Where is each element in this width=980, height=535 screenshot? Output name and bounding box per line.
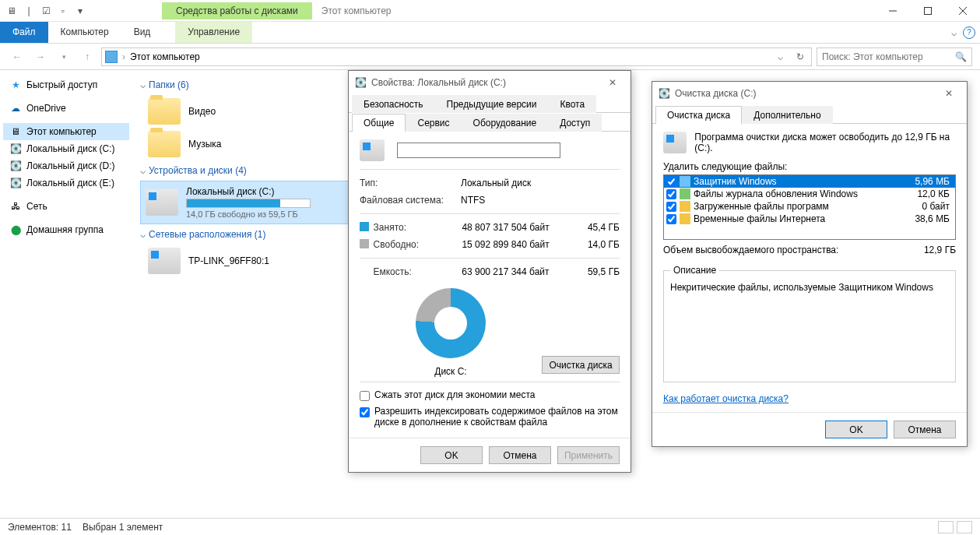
capacity-bytes: 63 900 217 344 байт [462,266,574,277]
compress-checkbox[interactable] [360,391,370,401]
address-bar[interactable]: › Этот компьютер ⌵ ↻ [101,48,812,66]
list-item[interactable]: Временные файлы Интернета 38,6 МБ [664,213,955,225]
drive-icon [663,132,687,153]
sidebar-item-label: Локальный диск (D:) [26,160,115,171]
view-tiles-button[interactable] [957,521,972,533]
search-box[interactable]: 🔍 [817,48,972,66]
sidebar-item-label: Быстрый доступ [26,79,97,90]
dialog-close-button[interactable]: ✕ [601,77,624,88]
sidebar-item-homegroup[interactable]: ⬤Домашняя группа [3,221,129,238]
tab-service[interactable]: Сервис [406,114,461,132]
close-icon [959,7,967,15]
pc-icon [105,51,118,63]
compress-label: Сжать этот диск для экономии места [374,389,535,400]
drive-icon: 💽 [659,88,670,99]
list-item[interactable]: Загруженные файлы программ 0 байт [664,200,955,213]
dialog-title: Очистка диска (C:) [675,88,757,99]
index-label: Разрешить индексировать содержимое файло… [374,406,620,428]
ok-button[interactable]: OK [420,446,483,464]
netloc-label: TP-LINK_96FF80:1 [188,255,269,266]
drive-label-input[interactable] [397,143,560,158]
fs-label: Файловая система: [360,195,461,206]
up-button[interactable]: ↑ [78,48,97,66]
qat-dropdown-icon[interactable]: ▾ [73,4,87,18]
properties-icon[interactable]: ☑ [39,4,53,18]
history-dropdown[interactable]: ▾ [54,48,73,66]
list-item[interactable]: Защитник Windows 5,96 МБ [664,175,955,188]
item-size: 38,6 МБ [915,213,953,224]
item-checkbox[interactable] [666,177,676,187]
cleanup-file-list[interactable]: Защитник Windows 5,96 МБ Файлы журнала о… [663,174,956,240]
item-checkbox[interactable] [666,214,676,224]
breadcrumb-sep: › [122,51,125,62]
item-checkbox[interactable] [666,189,676,199]
file-tab[interactable]: Файл [0,22,48,43]
new-folder-icon[interactable]: ▫ [56,4,70,18]
back-button[interactable]: ← [8,48,26,66]
drive-name: Локальный диск (C:) [186,186,311,197]
tab-cleanup[interactable]: Очистка диска [655,106,742,124]
view-details-button[interactable] [938,521,954,533]
help-link[interactable]: Как работает очистка диска? [663,393,789,404]
sidebar-item-onedrive[interactable]: ☁OneDrive [3,100,129,117]
drive-usage-bar [186,199,311,208]
sidebar-item-drive-e[interactable]: 💽Локальный диск (E:) [3,174,129,192]
sidebar-item-network[interactable]: 🖧Сеть [3,198,129,215]
view-tab[interactable]: Вид [121,22,163,43]
list-item[interactable]: Файлы журнала обновления Windows 12,0 КБ [664,188,955,200]
tab-access[interactable]: Доступ [548,114,602,132]
tab-previous-versions[interactable]: Предыдущие версии [435,95,549,113]
sidebar-item-label: Сеть [26,201,47,212]
apply-button[interactable]: Применить [557,446,620,464]
freed-size: 12,9 ГБ [924,245,956,255]
item-checkbox[interactable] [666,202,676,212]
sidebar-item-quick-access[interactable]: ★Быстрый доступ [3,76,129,93]
search-icon[interactable]: 🔍 [955,51,967,62]
sidebar-item-drive-c[interactable]: 💽Локальный диск (C:) [3,140,129,157]
minimize-button[interactable] [875,0,910,22]
window-title: Этот компьютер [321,5,392,16]
tab-more[interactable]: Дополнительно [742,106,832,124]
refresh-icon[interactable]: ↻ [792,51,808,62]
ribbon-expand-icon[interactable]: ⌵ [951,27,957,38]
app-icon: 🖥 [5,4,19,18]
dialog-title: Свойства: Локальный диск (C:) [371,77,506,88]
address-dropdown-icon[interactable]: ⌵ [772,51,788,62]
tab-security[interactable]: Безопасность [352,95,435,113]
folder-icon [148,98,181,125]
computer-tab[interactable]: Компьютер [48,22,121,43]
tab-hardware[interactable]: Оборудование [462,114,549,132]
forward-button[interactable]: → [31,48,50,66]
tabstrip-bottom: Общие Сервис Оборудование Доступ [349,113,631,132]
sidebar-item-label: Локальный диск (E:) [26,178,114,188]
temp-internet-icon [680,213,690,224]
item-label: Загруженные файлы программ [694,201,829,212]
dialog-titlebar[interactable]: 💽 Свойства: Локальный диск (C:) ✕ [349,71,631,94]
drive-icon: 💽 [9,177,22,189]
drive-c-tile[interactable]: Локальный диск (C:) 14,0 ГБ свободно из … [140,181,350,224]
sidebar-item-drive-d[interactable]: 💽Локальный диск (D:) [3,157,129,174]
star-icon: ★ [9,79,22,91]
free-bytes: 15 092 899 840 байт [462,239,574,250]
maximize-button[interactable] [910,0,945,22]
dialog-close-button[interactable]: ✕ [937,88,961,99]
titlebar: 🖥 | ☑ ▫ ▾ Средства работы с дисками Этот… [0,0,980,22]
index-checkbox[interactable] [360,407,370,417]
help-icon[interactable]: ? [963,26,975,39]
ok-button[interactable]: OK [825,421,887,438]
sidebar-item-this-pc[interactable]: 🖥Этот компьютер [3,123,129,140]
cancel-button[interactable]: Отмена [894,421,956,438]
free-color-swatch [360,239,369,248]
cancel-button[interactable]: Отмена [489,446,551,464]
manage-tab[interactable]: Управление [175,22,252,43]
close-button[interactable] [945,0,980,22]
dialog-button-row: OK Отмена [652,412,967,446]
cloud-icon: ☁ [9,102,22,114]
breadcrumb[interactable]: Этот компьютер [130,51,200,62]
search-input[interactable] [822,51,955,62]
dialog-titlebar[interactable]: 💽 Очистка диска (C:) ✕ [652,82,967,105]
cleanup-tabstrip: Очистка диска Дополнительно [652,105,967,124]
disk-cleanup-button[interactable]: Очистка диска [542,356,620,374]
tab-quota[interactable]: Квота [548,95,596,113]
tab-general[interactable]: Общие [352,114,406,132]
